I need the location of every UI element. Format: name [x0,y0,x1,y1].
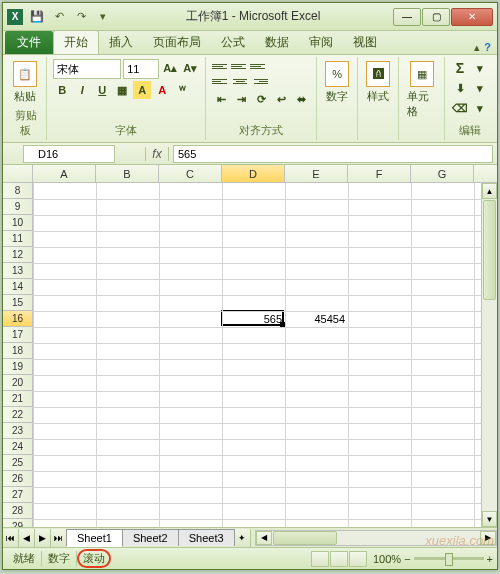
clear-dropdown-icon[interactable]: ▾ [471,99,489,117]
tab-review[interactable]: 审阅 [299,31,343,54]
row-header-12[interactable]: 12 [3,247,33,263]
cell-grid[interactable]: 565 45454 [33,183,497,527]
autosum-icon[interactable]: Σ [451,59,469,77]
minimize-button[interactable]: — [393,8,421,26]
prev-sheet-icon[interactable]: ◀ [19,529,35,547]
next-sheet-icon[interactable]: ▶ [35,529,51,547]
tab-formulas[interactable]: 公式 [211,31,255,54]
sheet-tab-1[interactable]: Sheet1 [66,529,123,547]
cell-E16[interactable]: 45454 [285,311,348,327]
row-header-28[interactable]: 28 [3,503,33,519]
undo-icon[interactable]: ↶ [49,7,69,27]
tab-home[interactable]: 开始 [53,30,99,54]
phonetic-icon[interactable]: ᵂ [173,81,191,99]
shrink-font-icon[interactable]: A▾ [181,59,199,77]
save-icon[interactable]: 💾 [27,7,47,27]
row-header-24[interactable]: 24 [3,439,33,455]
fill-icon[interactable]: ⬇ [451,79,469,97]
tab-data[interactable]: 数据 [255,31,299,54]
normal-view-icon[interactable] [311,551,329,567]
row-header-21[interactable]: 21 [3,391,33,407]
zoom-slider[interactable] [414,557,484,560]
scroll-up-icon[interactable]: ▲ [482,183,497,199]
page-break-view-icon[interactable] [349,551,367,567]
sheet-tab-3[interactable]: Sheet3 [178,529,235,546]
font-size-combo[interactable]: 11 [123,59,159,79]
name-box[interactable]: D16 [23,145,115,163]
scroll-left-icon[interactable]: ◀ [256,531,272,545]
row-header-11[interactable]: 11 [3,231,33,247]
merge-icon[interactable]: ⬌ [292,90,310,108]
col-header-D[interactable]: D [222,165,285,182]
row-header-25[interactable]: 25 [3,455,33,471]
select-all-corner[interactable] [3,165,33,182]
row-header-17[interactable]: 17 [3,327,33,343]
vscroll-thumb[interactable] [483,200,496,300]
first-sheet-icon[interactable]: ⏮ [3,529,19,547]
row-header-20[interactable]: 20 [3,375,33,391]
formula-bar[interactable]: 565 [173,145,493,163]
row-header-10[interactable]: 10 [3,215,33,231]
file-tab[interactable]: 文件 [5,31,53,54]
align-bottom-icon[interactable] [250,59,268,73]
page-layout-view-icon[interactable] [330,551,348,567]
sheet-tab-2[interactable]: Sheet2 [122,529,179,546]
col-header-C[interactable]: C [159,165,222,182]
tab-layout[interactable]: 页面布局 [143,31,211,54]
row-header-23[interactable]: 23 [3,423,33,439]
wrap-text-icon[interactable]: ↩ [272,90,290,108]
font-name-combo[interactable]: 宋体 [53,59,121,79]
help-icon[interactable]: ? [484,41,491,54]
row-header-13[interactable]: 13 [3,263,33,279]
row-header-15[interactable]: 15 [3,295,33,311]
increase-indent-icon[interactable]: ⇥ [232,90,250,108]
zoom-out-icon[interactable]: − [404,553,410,565]
grow-font-icon[interactable]: A▴ [161,59,179,77]
align-left-icon[interactable] [212,74,230,88]
col-header-E[interactable]: E [285,165,348,182]
close-button[interactable]: ✕ [451,8,493,26]
qat-dropdown-icon[interactable]: ▾ [93,7,113,27]
zoom-in-icon[interactable]: + [487,553,493,565]
zoom-level[interactable]: 100% [373,553,401,565]
col-header-B[interactable]: B [96,165,159,182]
hscroll-thumb[interactable] [273,531,337,545]
tab-view[interactable]: 视图 [343,31,387,54]
row-header-29[interactable]: 29 [3,519,33,527]
row-header-8[interactable]: 8 [3,183,33,199]
align-middle-icon[interactable] [231,59,249,73]
minimize-ribbon-icon[interactable]: ▴ [474,41,480,54]
redo-icon[interactable]: ↷ [71,7,91,27]
number-format-button[interactable]: % 数字 [323,59,351,106]
horizontal-scrollbar[interactable]: ◀ ▶ [255,530,497,546]
cell-D16[interactable]: 565 [222,311,285,327]
scroll-down-icon[interactable]: ▼ [482,511,497,527]
col-header-A[interactable]: A [33,165,96,182]
italic-button[interactable]: I [73,81,91,99]
align-top-icon[interactable] [212,59,230,73]
font-color-icon[interactable]: A [153,81,171,99]
row-header-19[interactable]: 19 [3,359,33,375]
scroll-right-icon[interactable]: ▶ [480,531,496,545]
row-header-14[interactable]: 14 [3,279,33,295]
row-header-22[interactable]: 22 [3,407,33,423]
fill-dropdown-icon[interactable]: ▾ [471,79,489,97]
row-header-18[interactable]: 18 [3,343,33,359]
paste-button[interactable]: 📋 粘贴 [11,59,39,106]
underline-button[interactable]: U [93,81,111,99]
decrease-indent-icon[interactable]: ⇤ [212,90,230,108]
row-header-27[interactable]: 27 [3,487,33,503]
align-right-icon[interactable] [250,74,268,88]
tab-insert[interactable]: 插入 [99,31,143,54]
row-header-16[interactable]: 16 [3,311,33,327]
styles-button[interactable]: 🅰 样式 [364,59,392,106]
row-header-9[interactable]: 9 [3,199,33,215]
clear-icon[interactable]: ⌫ [451,99,469,117]
maximize-button[interactable]: ▢ [422,8,450,26]
fx-icon[interactable]: fx [145,147,169,161]
fill-color-icon[interactable]: A [133,81,151,99]
new-sheet-icon[interactable]: ✦ [235,529,251,547]
border-icon[interactable]: ▦ [113,81,131,99]
last-sheet-icon[interactable]: ⏭ [51,529,67,547]
row-header-26[interactable]: 26 [3,471,33,487]
